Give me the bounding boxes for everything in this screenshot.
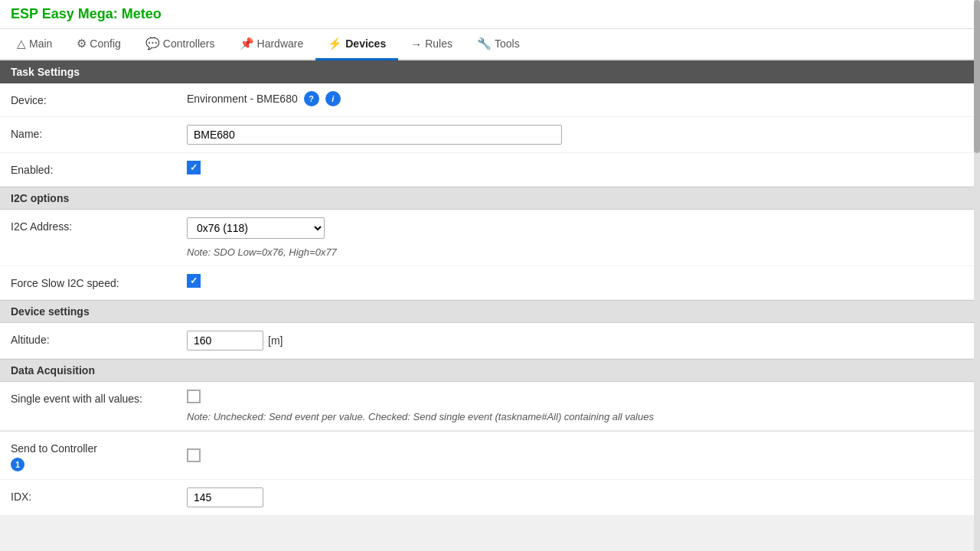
i2c-address-select[interactable]: 0x76 (118) 0x77 (119) <box>187 217 325 239</box>
name-control <box>187 125 969 145</box>
i2c-options-title: I2C options <box>11 192 69 204</box>
force-slow-label: Force Slow I2C speed: <box>11 274 187 289</box>
force-slow-control <box>187 274 969 288</box>
config-icon: ⚙ <box>77 37 87 51</box>
app-header: ESP Easy Mega: Meteo <box>0 0 980 29</box>
idx-input[interactable] <box>187 487 263 507</box>
nav-main[interactable]: △ Main <box>5 29 64 60</box>
nav-rules-label: Rules <box>425 37 452 50</box>
content: Task Settings Device: Environment - BME6… <box>0 60 980 516</box>
i2c-address-note: Note: SDO Low=0x76, High=0x77 <box>187 246 969 258</box>
nav-config[interactable]: ⚙ Config <box>64 29 132 60</box>
send-controller-label: Send to Controller <box>11 442 187 455</box>
nav-controllers[interactable]: 💬 Controllers <box>133 29 227 60</box>
device-control: Environment - BME680 ? i <box>187 91 969 106</box>
enabled-control <box>187 161 969 174</box>
task-settings-title: Task Settings <box>11 66 80 78</box>
enabled-label: Enabled: <box>11 161 187 176</box>
info-icon[interactable]: i <box>325 91 341 106</box>
device-row: Device: Environment - BME680 ? i <box>0 83 980 117</box>
scrollbar-thumb[interactable] <box>974 0 980 153</box>
hardware-icon: 📌 <box>240 37 254 51</box>
data-acquisition-title: Data Acquisition <box>11 364 95 377</box>
scrollbar-track[interactable] <box>974 0 980 551</box>
help-icon[interactable]: ? <box>304 91 319 106</box>
nav-hardware[interactable]: 📌 Hardware <box>227 29 316 60</box>
tools-icon: 🔧 <box>477 37 492 51</box>
idx-label: IDX: <box>11 487 187 503</box>
app-title: ESP Easy Mega: Meteo <box>11 6 162 21</box>
nav-main-label: Main <box>29 37 52 50</box>
device-value: Environment - BME680 <box>187 93 298 105</box>
single-event-row: Single event with all values: Note: Unch… <box>0 382 980 431</box>
nav-config-label: Config <box>90 37 120 50</box>
send-controller-area: Send to Controller 1 <box>11 439 187 471</box>
idx-row: IDX: <box>0 480 980 516</box>
idx-control <box>187 487 969 507</box>
rules-icon: → <box>410 37 422 51</box>
i2c-options-header: I2C options <box>0 187 980 210</box>
nav-rules[interactable]: → Rules <box>398 29 465 60</box>
devices-icon: ⚡ <box>328 37 342 51</box>
name-input[interactable] <box>187 125 562 145</box>
nav-tools-label: Tools <box>495 37 520 50</box>
single-event-control: Note: Unchecked: Send event per value. C… <box>187 390 969 422</box>
single-event-label: Single event with all values: <box>11 390 187 405</box>
altitude-control: [m] <box>187 331 969 350</box>
send-controller-badge: 1 <box>11 458 24 471</box>
force-slow-row: Force Slow I2C speed: <box>0 266 980 300</box>
send-controller-checkbox[interactable] <box>187 448 201 462</box>
altitude-input[interactable] <box>187 331 263 350</box>
force-slow-checkbox[interactable] <box>187 274 201 288</box>
nav: △ Main ⚙ Config 💬 Controllers 📌 Hardware… <box>0 29 980 60</box>
send-controller-control <box>187 448 969 462</box>
main-icon: △ <box>17 37 26 51</box>
nav-hardware-label: Hardware <box>257 37 304 50</box>
name-row: Name: <box>0 117 980 153</box>
i2c-address-label: I2C Address: <box>11 217 187 233</box>
device-label: Device: <box>11 91 187 106</box>
nav-controllers-label: Controllers <box>163 37 215 50</box>
device-settings-title: Device settings <box>11 305 90 318</box>
nav-devices-label: Devices <box>345 37 386 50</box>
single-event-checkbox[interactable] <box>187 390 201 403</box>
enabled-checkbox[interactable] <box>187 161 201 174</box>
altitude-unit: [m] <box>268 334 283 347</box>
device-settings-header: Device settings <box>0 300 980 323</box>
single-event-note: Note: Unchecked: Send event per value. C… <box>187 411 969 422</box>
nav-devices[interactable]: ⚡ Devices <box>315 29 398 60</box>
i2c-address-control: 0x76 (118) 0x77 (119) Note: SDO Low=0x76… <box>187 217 969 258</box>
send-controller-row: Send to Controller 1 <box>0 432 980 480</box>
device-value-container: Environment - BME680 ? i <box>187 91 341 106</box>
nav-tools[interactable]: 🔧 Tools <box>465 29 532 60</box>
task-settings-header: Task Settings <box>0 60 980 83</box>
i2c-address-row: I2C Address: 0x76 (118) 0x77 (119) Note:… <box>0 210 980 266</box>
altitude-label: Altitude: <box>11 331 187 346</box>
enabled-row: Enabled: <box>0 153 980 187</box>
name-label: Name: <box>11 125 187 140</box>
altitude-row: Altitude: [m] <box>0 323 980 359</box>
data-acquisition-header: Data Acquisition <box>0 359 980 382</box>
controllers-icon: 💬 <box>145 37 160 51</box>
